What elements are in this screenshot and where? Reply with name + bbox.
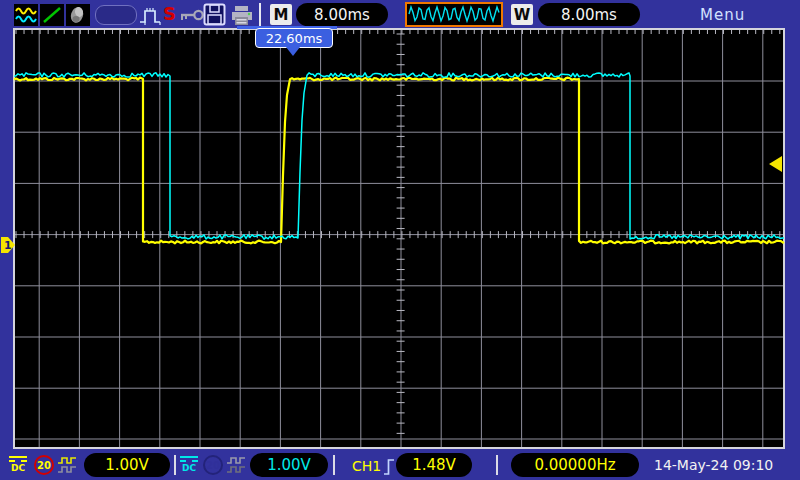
time-marker-flag[interactable]: 22.60ms — [255, 28, 333, 48]
ch1-ground-marker-label: 1 — [4, 239, 12, 252]
time-marker-pointer-icon — [286, 47, 300, 56]
graticule-canvas: 1 — [0, 0, 800, 480]
